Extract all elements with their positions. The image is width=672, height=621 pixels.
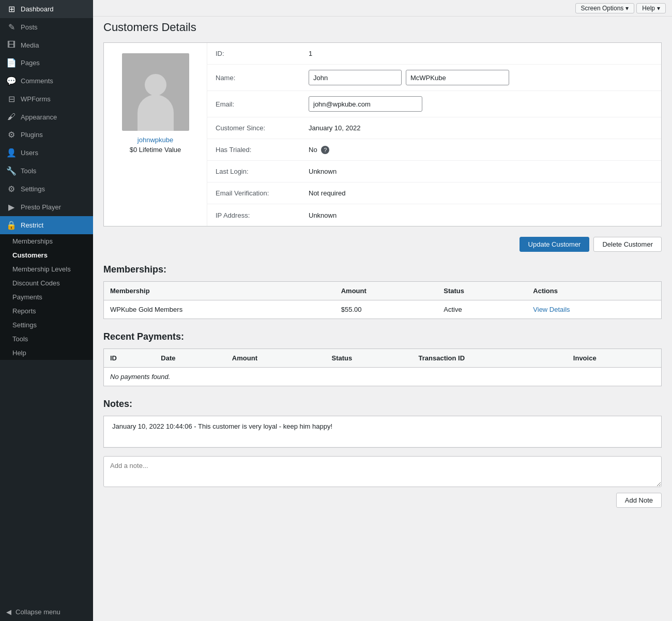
memberships-table: Membership Amount Status Actions WPKube … <box>103 281 662 319</box>
table-row: WPKube Gold Members $55.00 Active View D… <box>104 300 662 319</box>
chevron-down-icon: ▾ <box>625 5 629 12</box>
sidebar-item-label: Plugins <box>21 131 43 139</box>
sidebar-item-label: Posts <box>21 23 38 31</box>
payments-section-title: Recent Payments: <box>103 331 662 342</box>
reports-label: Reports <box>12 307 36 315</box>
col-amount: Amount <box>226 349 326 368</box>
no-payments-message: No payments found. <box>104 368 662 386</box>
sidebar-item-presto-player[interactable]: ▶ Presto Player <box>0 198 93 216</box>
presto-icon: ▶ <box>6 202 17 212</box>
wpforms-icon: ⊟ <box>6 94 17 104</box>
sidebar-item-label: Tools <box>21 167 36 175</box>
since-label: Customer Since: <box>216 124 309 132</box>
notes-card: January 10, 2022 10:44:06 - This custome… <box>103 416 662 448</box>
settings-sub-label: Settings <box>12 321 37 329</box>
delete-customer-button[interactable]: Delete Customer <box>593 237 662 252</box>
trialed-label: Has Trialed: <box>216 146 309 154</box>
sidebar-item-payments[interactable]: Payments <box>0 290 93 304</box>
info-row-trialed: Has Trialed: No ? <box>207 139 661 161</box>
last-name-input[interactable] <box>406 70 509 85</box>
collapse-menu-button[interactable]: ◀ Collapse menu <box>0 603 93 621</box>
sidebar-item-plugins[interactable]: ⚙ Plugins <box>0 126 93 144</box>
sidebar-item-settings[interactable]: ⚙ Settings <box>0 180 93 198</box>
col-actions: Actions <box>527 282 661 300</box>
users-icon: 👤 <box>6 148 17 158</box>
col-invoice: Invoice <box>567 349 662 368</box>
add-note-row: Add Note <box>103 493 662 508</box>
sidebar-item-posts[interactable]: ✎ Posts <box>0 18 93 36</box>
restrict-icon: 🔒 <box>6 220 17 230</box>
sidebar-item-label: WPForms <box>21 95 51 103</box>
sidebar-item-label: Presto Player <box>21 203 61 211</box>
info-row-id: ID: 1 <box>207 43 661 65</box>
help-label: Help <box>642 5 655 12</box>
comments-icon: 💬 <box>6 76 17 86</box>
customer-avatar-col: johnwpkube $0 Lifetime Value <box>104 43 207 226</box>
ip-value: Unknown <box>309 211 653 219</box>
sidebar-item-customers[interactable]: Customers <box>0 248 93 262</box>
avatar <box>122 53 189 131</box>
notes-section-title: Notes: <box>103 399 662 410</box>
first-name-input[interactable] <box>309 70 402 85</box>
sidebar-item-comments[interactable]: 💬 Comments <box>0 72 93 90</box>
sidebar-item-reports[interactable]: Reports <box>0 304 93 318</box>
sidebar-item-users[interactable]: 👤 Users <box>0 144 93 162</box>
info-row-since: Customer Since: January 10, 2022 <box>207 117 661 139</box>
collapse-menu-label: Collapse menu <box>16 608 60 616</box>
email-input[interactable] <box>309 96 422 112</box>
discount-codes-label: Discount Codes <box>12 279 60 287</box>
membership-levels-label: Membership Levels <box>12 265 71 273</box>
tools-sub-label: Tools <box>12 335 28 343</box>
sidebar-item-appearance[interactable]: 🖌 Appearance <box>0 108 93 126</box>
sidebar-item-tools-sub[interactable]: Tools <box>0 332 93 346</box>
update-customer-button[interactable]: Update Customer <box>520 237 590 252</box>
sidebar-item-memberships[interactable]: Memberships <box>0 234 93 248</box>
add-note-textarea[interactable] <box>103 456 662 487</box>
memberships-section: Memberships: Membership Amount Status Ac… <box>103 264 662 319</box>
settings-icon: ⚙ <box>6 184 17 194</box>
pages-icon: 📄 <box>6 58 17 68</box>
posts-icon: ✎ <box>6 22 17 32</box>
help-sub-label: Help <box>12 349 26 357</box>
sidebar-item-label: Appearance <box>21 113 57 121</box>
sidebar-item-settings-sub[interactable]: Settings <box>0 318 93 332</box>
chevron-down-icon: ▾ <box>657 5 660 12</box>
name-label: Name: <box>216 74 309 82</box>
notes-section: Notes: January 10, 2022 10:44:06 - This … <box>103 399 662 508</box>
help-button[interactable]: Help ▾ <box>636 3 666 13</box>
last-login-label: Last Login: <box>216 168 309 175</box>
sidebar-item-tools[interactable]: 🔧 Tools <box>0 162 93 180</box>
media-icon: 🎞 <box>6 40 17 50</box>
collapse-arrow-icon: ◀ <box>6 608 11 616</box>
sidebar-item-wpforms[interactable]: ⊟ WPForms <box>0 90 93 108</box>
table-row: No payments found. <box>104 368 662 386</box>
col-id: ID <box>104 349 155 368</box>
sidebar-item-discount-codes[interactable]: Discount Codes <box>0 276 93 290</box>
sidebar-item-pages[interactable]: 📄 Pages <box>0 54 93 72</box>
page-title: Customers Details <box>103 21 662 34</box>
sidebar-item-dashboard[interactable]: ⊞ Dashboard <box>0 0 93 18</box>
screen-options-label: Screen Options <box>581 5 624 12</box>
existing-note: January 10, 2022 10:44:06 - This custome… <box>104 416 661 447</box>
customer-card: johnwpkube $0 Lifetime Value ID: 1 Name:… <box>103 42 662 226</box>
sidebar-item-help-sub[interactable]: Help <box>0 346 93 360</box>
email-label: Email: <box>216 100 309 108</box>
view-details-link[interactable]: View Details <box>533 306 570 313</box>
sidebar-item-membership-levels[interactable]: Membership Levels <box>0 262 93 276</box>
sidebar-item-restrict[interactable]: 🔒 Restrict <box>0 216 93 234</box>
customer-info-col: ID: 1 Name: Email: Customer Since: Janua… <box>207 43 661 226</box>
col-date: Date <box>155 349 226 368</box>
customers-label: Customers <box>12 251 48 259</box>
sidebar-item-label: Dashboard <box>21 5 54 13</box>
email-verification-value: Not required <box>309 189 653 197</box>
email-verification-label: Email Verification: <box>216 189 309 197</box>
memberships-label: Memberships <box>12 237 53 245</box>
sidebar-item-media[interactable]: 🎞 Media <box>0 36 93 54</box>
screen-options-button[interactable]: Screen Options ▾ <box>575 3 635 13</box>
col-amount: Amount <box>335 282 438 300</box>
tools-icon: 🔧 <box>6 166 17 176</box>
trialed-help-icon[interactable]: ? <box>321 146 329 154</box>
customer-username-link[interactable]: johnwpkube <box>138 136 173 144</box>
add-note-button[interactable]: Add Note <box>616 493 662 508</box>
sidebar-item-label: Pages <box>21 59 40 67</box>
